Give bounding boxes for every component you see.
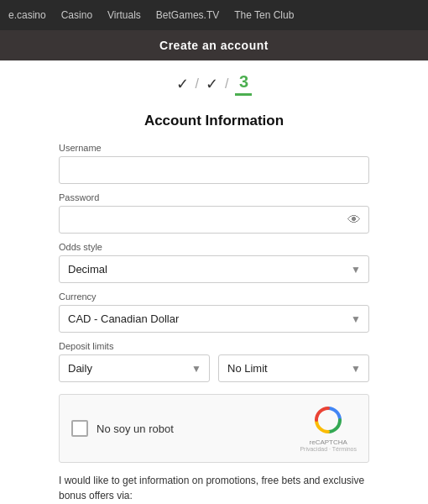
recaptcha-brand-label: reCAPTCHA — [300, 438, 357, 446]
deposit-period-select[interactable]: Daily Weekly Monthly — [59, 354, 210, 382]
recaptcha-left: No soy un robot — [71, 420, 174, 437]
promo-section: I would like to get information on promo… — [59, 473, 369, 504]
step-divider-1: / — [196, 76, 199, 92]
step-1-check: ✓ — [176, 75, 189, 93]
step-2-check: ✓ — [206, 75, 218, 93]
promo-intro-text: I would like to get information on promo… — [59, 473, 369, 503]
username-label: Username — [59, 143, 369, 153]
header-bar: Create an account — [0, 30, 428, 60]
top-nav: e.casino Casino Virtuals BetGames.TV The… — [0, 0, 428, 30]
deposit-row: Daily Weekly Monthly ▼ No Limit 100 250 … — [59, 354, 369, 382]
deposit-limit-select[interactable]: No Limit 100 250 500 1000 — [218, 354, 369, 382]
currency-select[interactable]: CAD - Canadian Dollar USD - US Dollar EU… — [59, 305, 369, 333]
recaptcha-right: reCAPTCHA Privacidad · Términos — [300, 405, 357, 452]
eye-icon[interactable]: 👁 — [347, 213, 361, 228]
nav-tenclub[interactable]: The Ten Club — [234, 9, 294, 21]
password-label: Password — [59, 192, 369, 202]
currency-label: Currency — [59, 291, 369, 302]
password-input[interactable] — [59, 206, 369, 234]
odds-select[interactable]: Decimal Fractional American — [59, 255, 369, 283]
deposit-label: Deposit limits — [59, 341, 369, 351]
recaptcha-box: No soy un robot reCAPTCHA Privacidad · T… — [59, 394, 369, 463]
deposit-period-wrapper: Daily Weekly Monthly ▼ — [59, 354, 210, 382]
main-content: Account Information Username Password 👁 … — [0, 104, 428, 504]
username-input[interactable] — [59, 156, 369, 184]
recaptcha-privacy-label: Privacidad · Términos — [300, 446, 357, 452]
step-indicator: ✓ / ✓ / 3 — [0, 60, 428, 104]
header-title: Create an account — [159, 39, 269, 52]
odds-select-wrapper: Decimal Fractional American ▼ — [59, 255, 369, 283]
odds-label: Odds style — [59, 242, 369, 252]
step-3-active: 3 — [235, 72, 252, 96]
nav-betgames[interactable]: BetGames.TV — [156, 9, 219, 21]
recaptcha-checkbox[interactable] — [71, 420, 88, 437]
step-divider-2: / — [225, 76, 228, 92]
recaptcha-label-text: No soy un robot — [97, 423, 174, 435]
password-wrapper: 👁 — [59, 206, 369, 234]
nav-virtuals[interactable]: Virtuals — [107, 9, 141, 21]
deposit-limit-wrapper: No Limit 100 250 500 1000 ▼ — [218, 354, 369, 382]
nav-casino[interactable]: Casino — [61, 9, 92, 21]
recaptcha-logo-icon — [300, 405, 357, 438]
section-title: Account Information — [59, 113, 369, 129]
nav-ecasino[interactable]: e.casino — [8, 9, 46, 21]
currency-select-wrapper: CAD - Canadian Dollar USD - US Dollar EU… — [59, 305, 369, 333]
